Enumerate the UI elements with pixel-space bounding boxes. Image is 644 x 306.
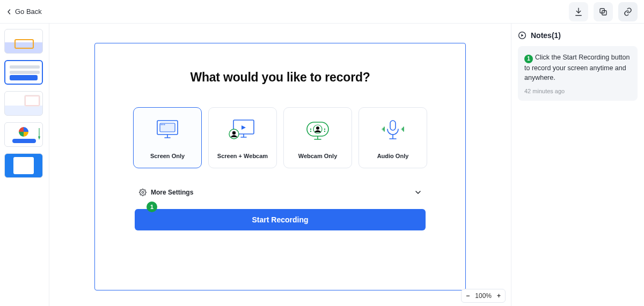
download-icon <box>574 7 583 17</box>
gear-icon <box>139 189 147 196</box>
option-label: Webcam Only <box>298 153 338 159</box>
note-text: Click the Start Recording button to reco… <box>524 54 630 81</box>
svg-point-16 <box>316 126 319 130</box>
chevron-down-icon <box>415 189 421 196</box>
option-label: Screen + Webcam <box>217 153 268 159</box>
note-timestamp: 42 minutes ago <box>524 87 631 96</box>
svg-point-12 <box>310 131 311 132</box>
option-label: Screen Only <box>150 153 185 159</box>
zoom-in-button[interactable]: + <box>497 292 501 300</box>
recorder-panel: What would you like to record? Screen On… <box>94 43 466 290</box>
thumbnail-5[interactable] <box>4 153 43 178</box>
option-webcam-only[interactable]: Webcam Only <box>283 107 352 168</box>
top-bar: Go Back <box>0 0 644 24</box>
option-screen-webcam[interactable]: Screen + Webcam <box>208 107 277 168</box>
svg-point-14 <box>324 131 325 132</box>
microphone-icon <box>377 117 408 143</box>
copy-icon <box>598 7 608 17</box>
more-settings-label: More Settings <box>151 189 193 196</box>
notes-caret-icon <box>518 31 526 40</box>
svg-point-11 <box>310 129 311 130</box>
back-button[interactable]: Go Back <box>6 8 42 16</box>
svg-point-6 <box>164 124 165 125</box>
monitor-icon <box>152 117 183 143</box>
option-screen-only[interactable]: Screen Only <box>133 107 202 168</box>
monitor-webcam-icon <box>227 117 258 143</box>
notes-heading-label: Notes(1) <box>531 31 561 40</box>
recording-options: Screen Only Screen <box>133 107 427 168</box>
svg-point-18 <box>142 191 144 193</box>
svg-rect-3 <box>160 123 175 132</box>
svg-point-9 <box>232 131 236 135</box>
svg-point-5 <box>163 124 164 125</box>
svg-rect-17 <box>390 121 396 130</box>
zoom-out-button[interactable]: − <box>466 292 470 300</box>
note-step-badge: 1 <box>524 55 533 63</box>
svg-point-4 <box>161 124 162 125</box>
page-title: What would you like to record? <box>190 70 370 85</box>
thumbnail-2[interactable] <box>4 60 43 85</box>
webcam-icon <box>302 117 333 143</box>
chevron-left-icon <box>6 9 12 14</box>
copy-button[interactable] <box>594 2 613 21</box>
note-item[interactable]: 1Click the Start Recording button to rec… <box>518 46 638 101</box>
zoom-level: 100% <box>475 292 492 300</box>
back-label: Go Back <box>15 8 42 16</box>
link-icon <box>623 7 633 17</box>
zoom-control[interactable]: − 100% + <box>461 289 506 303</box>
download-button[interactable] <box>569 2 588 21</box>
svg-point-13 <box>324 129 325 130</box>
option-audio-only[interactable]: Audio Only <box>358 107 427 168</box>
option-label: Audio Only <box>377 153 409 159</box>
start-recording-button[interactable]: Start Recording <box>135 209 426 230</box>
link-button[interactable] <box>618 2 638 21</box>
step-badge: 1 <box>147 201 157 212</box>
thumbnail-strip <box>0 24 49 306</box>
notes-heading: Notes(1) <box>518 31 638 40</box>
canvas-area: What would you like to record? Screen On… <box>49 24 511 306</box>
notes-panel: Notes(1) 1Click the Start Recording butt… <box>511 24 644 306</box>
content: What would you like to record? Screen On… <box>0 24 644 306</box>
thumbnail-1[interactable] <box>4 29 43 54</box>
thumbnail-3[interactable] <box>4 91 43 116</box>
more-settings-toggle[interactable]: More Settings <box>135 186 426 198</box>
thumbnail-4[interactable] <box>4 122 43 147</box>
top-actions <box>569 2 638 21</box>
